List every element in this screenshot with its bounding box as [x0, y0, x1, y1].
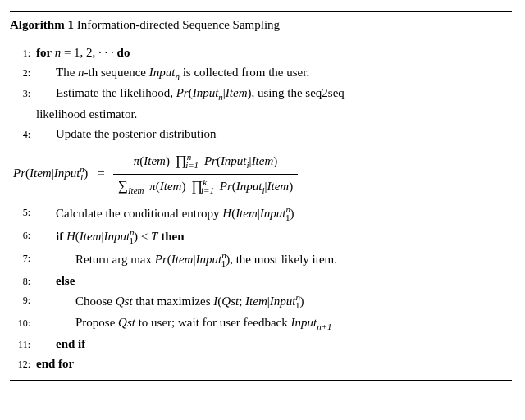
algo-line-5: 5: Calculate the conditional entropy H(I… [10, 203, 512, 226]
algorithm-block: Algorithm 1 Information-directed Sequenc… [10, 11, 512, 381]
top-rule [10, 11, 512, 12]
line-number: 6: [10, 226, 36, 243]
algorithm-number: Algorithm 1 [10, 18, 74, 31]
algorithm-name: Information-directed Sequence Sampling [74, 18, 280, 31]
mid-rule [10, 39, 512, 39]
posterior-formula: Pr(Item|Inputn1) = π(Item) ∏ni=1 Pr(Inpu… [10, 144, 512, 203]
line-number: 4: [10, 126, 36, 142]
line-number: 8: [10, 272, 36, 289]
fraction: π(Item) ∏ni=1 Pr(Inputi|Item) ∑Item π(It… [113, 151, 298, 198]
algo-line-1: 1: for n = 1, 2, · · · do [10, 43, 512, 63]
line-number: 9: [10, 291, 36, 308]
algo-line-4: 4: Update the posterior distribution [10, 125, 512, 144]
algorithm-body: 1: for n = 1, 2, · · · do 2: The n-th se… [10, 41, 512, 378]
algorithm-title: Algorithm 1 Information-directed Sequenc… [10, 14, 512, 37]
line-number: 12: [10, 355, 36, 372]
algo-line-12: 12: end for [10, 354, 512, 374]
algo-line-8: 8: else [10, 272, 512, 291]
bottom-rule [10, 380, 512, 381]
line-number: 5: [10, 203, 36, 220]
algo-line-9: 9: Choose Qst that maximizes I(Qst; Item… [10, 290, 512, 313]
algo-line-6: 6: if H(Item|Inputn1) < T then [10, 226, 512, 249]
line-number: 10: [10, 314, 36, 331]
algo-line-2: 2: The n-th sequence Inputn is collected… [10, 63, 512, 84]
algo-line-10: 10: Propose Qst to user; wait for user f… [10, 313, 512, 335]
line-number: 3: [10, 84, 36, 101]
line-number: 1: [10, 44, 36, 61]
line-number: 11: [10, 336, 36, 352]
algo-line-7: 7: Return arg max Pr(Item|Inputn1), the … [10, 249, 512, 272]
algo-line-11: 11: end if [10, 335, 512, 354]
algo-line-3: 3: Estimate the likelihood, Pr(Inputn|It… [10, 84, 512, 125]
line-number: 2: [10, 64, 36, 80]
line-number: 7: [10, 249, 36, 266]
